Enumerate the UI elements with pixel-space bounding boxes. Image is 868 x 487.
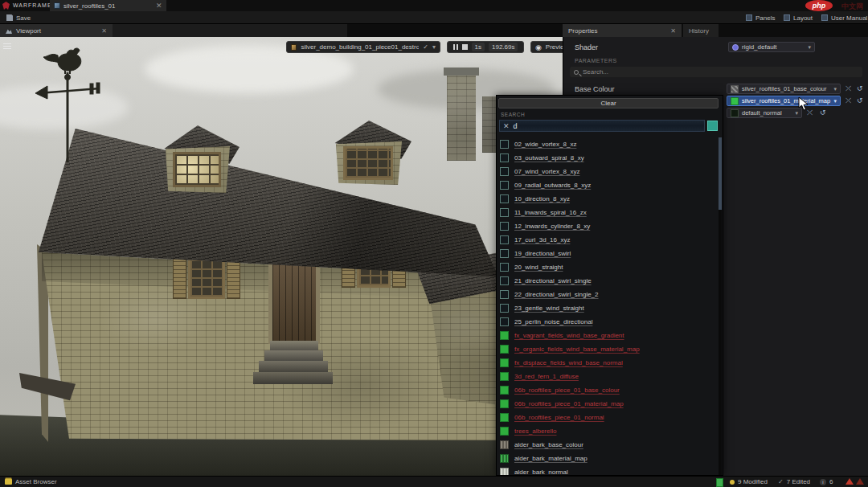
texture-list-item[interactable]: 10_direction_8_xyz	[497, 192, 719, 206]
texture-list-item[interactable]: 19_directional_swirl	[497, 247, 719, 260]
texture-thumbnail	[500, 181, 509, 190]
texture-label: fx_vagrant_fields_wind_base_gradient	[514, 332, 624, 339]
texture-thumbnail	[731, 85, 739, 93]
folder-icon	[5, 479, 12, 485]
layout-icon	[784, 14, 790, 21]
texture-list-item[interactable]: 06b_rooftiles_piece_01_normal	[497, 411, 719, 424]
texture-list-item[interactable]: 21_directional_swirl_single	[497, 274, 719, 288]
asset-browser-label: Asset Browser	[15, 478, 57, 485]
edited-label: 7 Edited	[787, 478, 810, 485]
texture-label: alder_bark_normal	[514, 469, 568, 476]
tab-properties[interactable]: Properties ✕	[563, 24, 682, 37]
layout-button[interactable]: Layout	[784, 13, 813, 23]
texture-thumbnail	[500, 276, 509, 285]
warnings-status[interactable]	[845, 478, 864, 485]
warning-triangle-icon	[845, 478, 854, 485]
texture-list-item[interactable]: 17_curl_3d_16_xyz	[497, 233, 719, 247]
info-status[interactable]: i 6	[820, 478, 833, 485]
step	[253, 372, 333, 384]
texture-label: 06b_rooftiles_piece_01_material_map	[514, 400, 624, 407]
texture-list-item[interactable]: 02_wide_vortex_8_xz	[497, 137, 719, 151]
texture-list-item[interactable]: 25_perlin_noise_directional	[497, 315, 719, 329]
texture-label: 22_directional_swirl_single_2	[514, 291, 599, 298]
clear-search-icon[interactable]: ✕	[503, 122, 510, 130]
edited-status[interactable]: ✓ 7 Edited	[778, 478, 810, 485]
playback-speed[interactable]: 1s	[472, 43, 485, 51]
save-icon	[6, 14, 13, 21]
texture-list-item[interactable]: 07_wind_vortex_8_xyz	[497, 165, 719, 178]
edited-check-icon: ✓	[778, 478, 784, 485]
asset-selector-dropdown[interactable]: silver_demo_building_01_piece01_destroy0…	[286, 41, 440, 53]
texture-list-item[interactable]: fx_vagrant_fields_wind_base_gradient	[497, 329, 719, 342]
save-button[interactable]: Save	[6, 13, 31, 23]
app-name: WARFRAME	[13, 2, 52, 8]
user-manual-button[interactable]: User Manual	[821, 13, 867, 23]
menu-bar: Save Panels Layout User Manual	[0, 11, 868, 24]
texture-label: 23_gentle_wind_straight	[514, 305, 584, 312]
texture-list-item[interactable]: 3d_red_fern_1_diffuse	[497, 370, 719, 383]
texture-label: 11_inwards_spiral_16_zx	[514, 209, 587, 216]
texture-list-item[interactable]: trees_alberello	[497, 424, 719, 438]
texture-list-item[interactable]: fx_displace_fields_wind_base_normal	[497, 356, 719, 370]
asset-browser-button[interactable]: Asset Browser	[5, 478, 57, 485]
texture-list-item[interactable]: 20_wind_straight	[497, 260, 719, 274]
clear-texture-icon[interactable]: ⤬	[845, 84, 851, 93]
reset-texture-icon[interactable]: ↺	[857, 84, 863, 92]
reset-texture-icon[interactable]: ↺	[857, 96, 863, 104]
document-tab[interactable]: silver_rooftiles_01	[50, 0, 166, 11]
texture-list-item[interactable]: 03_outward_spiral_8_xy	[497, 151, 719, 165]
properties-tab-close-icon[interactable]: ✕	[670, 27, 676, 35]
playback-time[interactable]: 192.69s	[489, 43, 518, 51]
viewport-3d[interactable]: silver_demo_building_01_piece01_destroy0…	[0, 37, 563, 476]
search-confirm-button[interactable]	[707, 121, 718, 131]
base-colour-texture-dropdown[interactable]: silver_rooftiles_01_base_colour ▾	[727, 84, 841, 94]
texture-list-item[interactable]: 06b_rooftiles_piece_01_base_colour	[497, 383, 719, 397]
stop-button[interactable]	[462, 44, 468, 50]
chimney	[447, 72, 476, 161]
texture-thumbnail	[500, 427, 509, 436]
texture-thumbnail	[500, 399, 509, 408]
viewport-tab-close-icon[interactable]: ✕	[101, 27, 107, 35]
texture-list-item[interactable]: alder_bark_material_map	[497, 452, 719, 465]
asset-name: silver_demo_building_01_piece01_destroy0…	[301, 43, 419, 51]
shader-dropdown[interactable]: rigid_default ▾	[728, 42, 815, 52]
texture-list-item[interactable]: 06b_rooftiles_piece_01_material_map	[497, 397, 719, 411]
clear-button[interactable]: Clear	[498, 98, 719, 108]
popup-scrollbar[interactable]	[719, 137, 722, 475]
texture-list-item[interactable]: 22_directional_swirl_single_2	[497, 288, 719, 301]
texture-thumbnail	[500, 413, 509, 422]
panel-tab-row: Viewport ✕ Properties ✕ History	[0, 24, 868, 37]
texture-thumbnail	[500, 263, 509, 272]
texture-list-item[interactable]: 09_radial_outwards_8_xyz	[497, 178, 719, 192]
tab-viewport[interactable]: Viewport ✕	[0, 24, 113, 37]
tab-history[interactable]: History	[683, 24, 719, 37]
modified-label: 9 Modified	[738, 478, 768, 485]
material-map-texture-dropdown[interactable]: silver_rooftiles_01_material_map ▾	[727, 96, 841, 106]
parameter-search-input[interactable]: Search...	[570, 67, 862, 77]
texture-thumbnail	[731, 97, 739, 105]
texture-list-item[interactable]: alder_bark_base_colour	[497, 438, 719, 452]
reset-texture-icon[interactable]: ↺	[820, 108, 826, 117]
texture-list-item[interactable]: 11_inwards_spiral_16_zx	[497, 206, 719, 219]
preview-button[interactable]: ◉ Preview	[530, 41, 563, 53]
pause-button[interactable]	[453, 44, 458, 50]
texture-label: 09_radial_outwards_8_xyz	[514, 182, 591, 189]
texture-label: alder_bark_material_map	[514, 455, 588, 462]
panels-button[interactable]: Panels	[746, 13, 775, 23]
shader-value: rigid_default	[742, 43, 777, 51]
texture-thumbnail	[500, 290, 509, 299]
clear-texture-icon[interactable]: ⤬	[845, 96, 851, 105]
texture-label: 03_outward_spiral_8_xy	[514, 154, 584, 162]
texture-list-item[interactable]: 12_inwards_cylinder_8_xy	[497, 219, 719, 233]
normal-texture-dropdown[interactable]: default_normal ▾	[727, 108, 802, 118]
document-tab-close-icon[interactable]: ✕	[156, 2, 162, 10]
popup-search-input[interactable]: ✕ d	[499, 120, 705, 132]
texture-list-item[interactable]: alder_bark_normal	[497, 465, 719, 476]
modified-status[interactable]: 9 Modified	[730, 478, 768, 485]
save-label: Save	[16, 14, 31, 22]
texture-thumbnail	[500, 386, 509, 395]
viewport-menu-icon[interactable]	[3, 42, 11, 51]
texture-label: 21_directional_swirl_single	[514, 277, 592, 284]
texture-list-item[interactable]: fx_organic_fields_wind_base_material_map	[497, 342, 719, 356]
texture-list-item[interactable]: 23_gentle_wind_straight	[497, 301, 719, 315]
